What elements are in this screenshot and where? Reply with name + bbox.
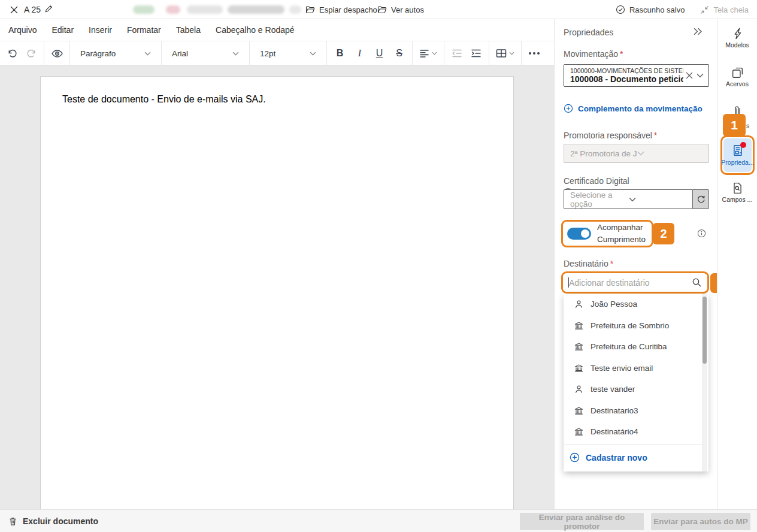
folder-icon [377, 5, 387, 14]
ellipsis-icon [529, 52, 540, 55]
info-icon[interactable] [697, 229, 706, 238]
promotoria-label: Promotoria responsável* [564, 131, 657, 140]
lightning-icon [717, 28, 757, 40]
saj-document-editor: A 25 Espiar despacho Ver autos [0, 0, 757, 532]
recipient-option[interactable]: teste vander [564, 379, 708, 400]
redacted-text [228, 5, 284, 14]
chevron-down-icon [432, 52, 437, 55]
divider [489, 41, 489, 66]
scrollbar-track[interactable] [702, 294, 707, 471]
movimentacao-select[interactable]: 1000000-MOVIMENTAÇÕES DE SISTEMA 1000008… [564, 64, 709, 87]
search-icon[interactable] [689, 277, 707, 288]
menu-bar: Arquivo Editar Inserir Formatar Tabela C… [0, 19, 554, 41]
espiar-despacho-button[interactable]: Espiar despacho [305, 0, 377, 19]
document-text[interactable]: Teste de documento - Envio de e-mails vi… [62, 93, 492, 106]
redo-button[interactable] [22, 44, 41, 63]
person-icon [574, 300, 583, 309]
institution-icon [574, 321, 583, 330]
strikethrough-button[interactable]: S [389, 44, 409, 63]
enviar-analise-promotor-button[interactable]: Enviar para análise do promotor [520, 513, 644, 530]
recipient-option[interactable]: Destinatário4 [564, 421, 708, 443]
collapse-panel-icon[interactable] [693, 28, 703, 35]
ver-autos-button[interactable]: Ver autos [377, 0, 424, 19]
document-page[interactable]: Teste de documento - Envio de e-mails vi… [40, 76, 514, 509]
divider [412, 41, 413, 66]
acompanhar-cumprimento-callout: Acompanhar Cumprimento [561, 220, 653, 247]
menu-editar[interactable]: Editar [52, 25, 74, 35]
align-select[interactable] [416, 44, 441, 63]
font-size-select[interactable]: 12pt [253, 41, 323, 66]
collapse-arrows-icon [700, 5, 709, 14]
footer-bar: Excluir documento Enviar para análise do… [0, 509, 757, 532]
chevron-down-icon[interactable] [695, 73, 708, 78]
menu-inserir[interactable]: Inserir [89, 25, 112, 35]
table-insert-select[interactable] [492, 44, 518, 63]
required-asterisk: * [610, 259, 613, 268]
recipient-option[interactable]: Teste envio email [564, 358, 708, 379]
acompanhar-cumprimento-toggle[interactable] [567, 228, 591, 240]
indent-button[interactable] [467, 44, 486, 63]
certificado-select[interactable]: Selecione a opção [564, 189, 693, 209]
redacted-text [289, 5, 301, 14]
sidebar-item-propriedades[interactable]: Proprieda... [723, 138, 752, 172]
menu-arquivo[interactable]: Arquivo [8, 25, 37, 35]
folder-icon [305, 5, 315, 14]
redacted-text [166, 5, 180, 14]
recipient-option[interactable]: Prefeitura de Sombrio [564, 315, 708, 337]
refresh-certificates-button[interactable] [693, 189, 709, 209]
sidebar-item-acervos[interactable]: Acervos [717, 67, 757, 87]
paragraph-style-select[interactable]: Parágrafo [73, 41, 158, 66]
institution-icon [574, 364, 583, 373]
sidebar-item-modelos[interactable]: Modelos [717, 28, 757, 49]
menu-cabecalho-rodape[interactable]: Cabeçalho e Rodapé [216, 25, 295, 35]
cadastrar-novo-link[interactable]: Cadastrar novo [564, 446, 708, 469]
institution-icon [574, 427, 583, 436]
top-bar: A 25 Espiar despacho Ver autos [0, 0, 757, 19]
sidebar-item-campos[interactable]: Campos ... [717, 182, 757, 203]
right-icon-rail: Modelos Acervos s 1 Proprieda.. [717, 19, 757, 509]
chevron-down-icon [144, 52, 151, 56]
toggle-label: Acompanhar Cumprimento [597, 222, 646, 246]
recipient-option[interactable]: Prefeitura de Curitiba [564, 336, 708, 358]
check-circle-icon [616, 5, 625, 14]
chevron-down-icon [232, 52, 239, 56]
fullscreen-button[interactable]: Tela cheia [700, 5, 749, 14]
menu-formatar[interactable]: Formatar [127, 25, 161, 35]
institution-icon [574, 406, 583, 415]
destinatario-search-input[interactable] [563, 273, 689, 292]
refresh-icon [697, 195, 705, 204]
preview-eye-button[interactable] [47, 44, 66, 63]
properties-panel: Propriedades Movimentação* 1000000-MOVIM… [554, 19, 717, 509]
divider [564, 445, 703, 445]
italic-button[interactable]: I [350, 44, 370, 63]
close-icon[interactable] [7, 3, 20, 16]
scrollbar-thumb[interactable] [703, 297, 707, 364]
redacted-text [133, 5, 155, 14]
edit-title-pencil-icon[interactable] [44, 4, 53, 13]
movimentacao-value: 1000008 - Documento peticiona [570, 74, 683, 84]
undo-button[interactable] [2, 44, 22, 63]
underline-button[interactable]: U [370, 44, 389, 63]
step-badge-1: 1 [723, 114, 746, 137]
document-title: A 25 [24, 5, 41, 14]
notification-dot [740, 142, 746, 148]
outdent-button[interactable] [447, 44, 467, 63]
divider [444, 41, 444, 66]
enviar-autos-mp-button[interactable]: Enviar para autos do MP [651, 513, 750, 530]
font-family-select[interactable]: Arial [165, 41, 246, 66]
promotoria-select: 2ª Promotoria de Justiça da Coma [564, 144, 709, 163]
divider [521, 41, 522, 66]
recipient-option[interactable]: João Pessoa [564, 294, 708, 315]
more-options-button[interactable] [525, 44, 544, 63]
editor-canvas: Teste de documento - Envio de e-mails vi… [0, 66, 554, 509]
bold-button[interactable]: B [330, 44, 350, 63]
menu-tabela[interactable]: Tabela [176, 25, 201, 35]
recipient-option[interactable]: Destinatario3 [564, 400, 708, 422]
required-asterisk: * [620, 49, 623, 59]
excluir-documento-button[interactable]: Excluir documento [8, 510, 98, 532]
complemento-movimentacao-link[interactable]: Complemento da movimentação [564, 104, 703, 113]
required-asterisk: * [654, 131, 657, 140]
panel-title: Propriedades [564, 28, 613, 37]
divider [326, 41, 327, 66]
clear-icon[interactable] [683, 72, 695, 79]
